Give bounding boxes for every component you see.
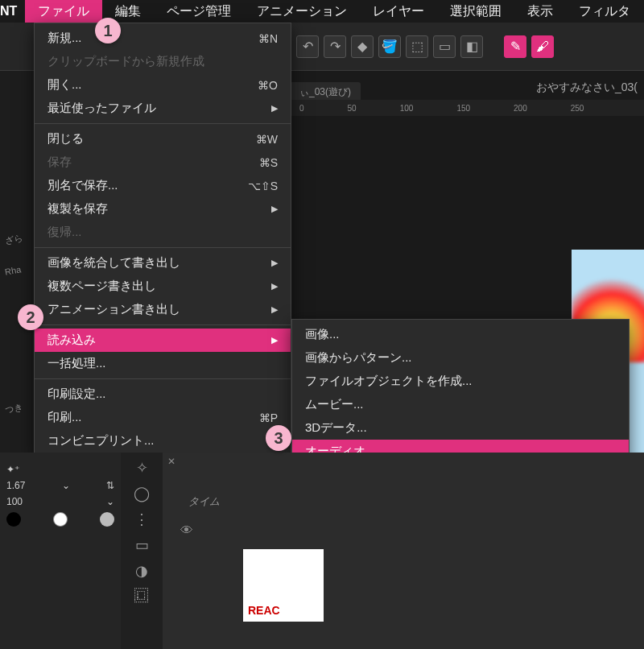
bottom-panels: ✦⁺ 1.67 ⌄ ⇅ 100 ⌄ ✧ ◯ ⋮ ▭ ◑ ⿴ ✕ タイム 👁 RE… <box>0 453 644 649</box>
menu-shortcut: ⌥⇧S <box>248 180 278 192</box>
chevron-down-icon[interactable]: ⌄ <box>106 496 114 507</box>
menu-row-label: クリップボードから新規作成 <box>47 54 278 69</box>
menu-row[interactable]: 印刷設定... <box>35 382 291 406</box>
menu-shortcut: ⌘S <box>259 156 278 169</box>
menu-page[interactable]: ページ管理 <box>154 0 244 23</box>
menu-filter[interactable]: フィルタ <box>566 0 643 23</box>
menu-row-label: 複製を保存 <box>47 201 271 217</box>
brush-size-value[interactable]: 1.67 <box>6 480 25 491</box>
brush-opacity-value[interactable]: 100 <box>6 496 23 507</box>
tool-icon[interactable]: ▭ <box>135 536 149 554</box>
menu-file[interactable]: ファイル <box>25 0 102 23</box>
color-swatch-grey[interactable] <box>100 512 114 527</box>
sparkle-icon[interactable]: ✦⁺ <box>6 464 19 475</box>
color-swatch-black[interactable] <box>6 512 21 527</box>
brush-panel: ✦⁺ 1.67 ⌄ ⇅ 100 ⌄ <box>0 453 121 649</box>
brush-icon[interactable]: 🖌 <box>531 35 554 58</box>
menu-row[interactable]: 最近使ったファイル▶ <box>35 97 291 120</box>
crop-icon[interactable]: ⬚ <box>406 35 428 58</box>
menu-row[interactable]: 複数ページ書き出し▶ <box>35 275 291 298</box>
menu-row-label: 画像からパターン... <box>305 350 616 366</box>
ruler-mark: 50 <box>348 104 357 113</box>
menu-selection[interactable]: 選択範囲 <box>437 0 514 23</box>
menu-row-label: 画像を統合して書き出し <box>47 255 271 271</box>
fill-icon[interactable]: 🪣 <box>378 35 401 58</box>
menu-row-label: 印刷... <box>47 410 259 425</box>
menu-shortcut: ⌘N <box>258 32 278 45</box>
menu-row-label: 印刷設定... <box>47 387 278 402</box>
menu-row[interactable]: 複製を保存▶ <box>35 197 291 221</box>
menu-separator <box>35 378 291 379</box>
menu-row[interactable]: アニメーション書き出し▶ <box>35 298 291 321</box>
menu-row[interactable]: 画像を統合して書き出し▶ <box>35 251 291 275</box>
menu-row[interactable]: 新規...⌘N <box>35 27 291 50</box>
menu-view[interactable]: 表示 <box>514 0 566 23</box>
chevron-right-icon: ▶ <box>271 103 278 114</box>
callout-2: 2 <box>18 304 43 330</box>
menu-row[interactable]: 印刷...⌘P <box>35 406 291 429</box>
menu-shortcut: ⌘P <box>259 411 278 424</box>
color-swatch-white[interactable] <box>53 512 68 527</box>
menu-row-label: 開く... <box>47 77 258 93</box>
ruler: 0 50 100 150 200 250 <box>290 100 644 116</box>
menu-row[interactable]: 3Dデータ... <box>292 416 629 440</box>
menu-row[interactable]: 画像からパターン... <box>292 346 629 370</box>
menu-row[interactable]: ムービー... <box>292 393 629 416</box>
menu-row[interactable]: 別名で保存...⌥⇧S <box>35 174 291 197</box>
marquee-icon[interactable]: ▭ <box>433 35 456 58</box>
menu-row-label: アニメーション書き出し <box>47 302 271 317</box>
menu-row[interactable]: コンビニプリント... <box>35 429 291 453</box>
menu-row-label: 復帰... <box>47 225 278 240</box>
menu-row[interactable]: 読み込み▶ <box>35 329 291 352</box>
menu-row: 復帰... <box>35 221 291 244</box>
undo-icon[interactable]: ↶ <box>296 35 319 58</box>
frame-thumbnail[interactable]: REAC <box>243 549 324 622</box>
menubar: NT ファイル 編集 ページ管理 アニメーション レイヤー 選択範囲 表示 フィ… <box>0 0 644 23</box>
menu-row[interactable]: 一括処理... <box>35 352 291 375</box>
redo-icon[interactable]: ↷ <box>324 35 346 58</box>
swap-icon[interactable]: ⇅ <box>106 480 114 491</box>
tool-icon[interactable]: ◯ <box>134 485 150 502</box>
timeline-label: タイム <box>172 462 634 509</box>
menu-row[interactable]: 画像... <box>292 323 629 346</box>
menu-separator <box>35 123 291 124</box>
chevron-down-icon[interactable]: ⌄ <box>62 480 70 491</box>
menu-row[interactable]: ファイルオブジェクトを作成... <box>292 370 629 393</box>
tool-icon[interactable]: ⿴ <box>134 588 149 605</box>
menu-row: クリップボードから新規作成 <box>35 50 291 73</box>
menu-row-label: ムービー... <box>305 397 616 412</box>
menu-separator <box>35 324 291 325</box>
diamond-icon[interactable]: ◆ <box>351 35 374 58</box>
tool-icon[interactable]: ✧ <box>136 459 148 477</box>
ruler-mark: 100 <box>400 104 414 113</box>
close-icon[interactable]: ✕ <box>167 456 175 467</box>
tool-icon[interactable]: ⋮ <box>134 511 149 528</box>
chevron-right-icon: ▶ <box>271 258 278 268</box>
menu-row-label: 複数ページ書き出し <box>47 279 271 294</box>
menu-row-label: ファイルオブジェクトを作成... <box>305 374 616 389</box>
menu-row[interactable]: 閉じる⌘W <box>35 127 291 151</box>
file-dropdown[interactable]: 新規...⌘Nクリップボードから新規作成開く...⌘O最近使ったファイル▶閉じる… <box>34 23 291 457</box>
chevron-right-icon: ▶ <box>271 281 278 291</box>
menu-row-label: コンビニプリント... <box>47 433 278 449</box>
thumb-text: REAC <box>248 604 280 617</box>
pencil-icon[interactable]: ✎ <box>504 35 526 58</box>
menu-animation[interactable]: アニメーション <box>244 0 360 23</box>
menu-row-label: 3Dデータ... <box>305 420 616 436</box>
menu-row[interactable]: 開く...⌘O <box>35 73 291 97</box>
project-title: おやすみなさい_03( <box>530 74 644 101</box>
ruler-mark: 200 <box>514 104 527 113</box>
ruler-mark: 0 <box>299 104 304 113</box>
menu-row-label: 一括処理... <box>47 356 278 371</box>
tool-icon[interactable]: ◑ <box>135 562 148 580</box>
menu-layer[interactable]: レイヤー <box>360 0 437 23</box>
menu-row: 保存⌘S <box>35 151 291 174</box>
menu-row-label: 読み込み <box>47 333 271 348</box>
eye-icon[interactable]: 👁 <box>180 523 193 538</box>
chevron-right-icon: ▶ <box>271 204 278 214</box>
chevron-right-icon: ▶ <box>271 304 278 315</box>
menu-row-label: 新規... <box>47 31 258 46</box>
callout-1: 1 <box>95 18 121 43</box>
app-name-fragment: NT <box>0 4 25 19</box>
shape-icon[interactable]: ◧ <box>460 35 483 58</box>
